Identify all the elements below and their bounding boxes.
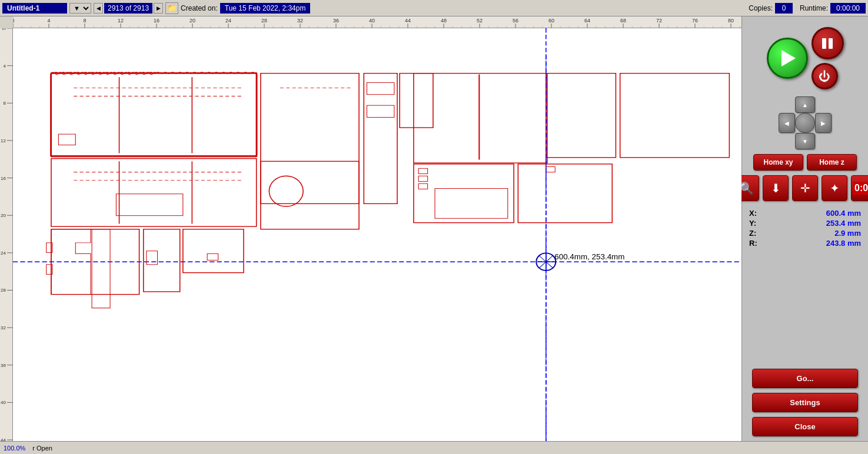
home-controls: Home xy Home z: [753, 154, 857, 171]
open-folder-btn[interactable]: 📁: [165, 2, 178, 14]
svg-text:600.4mm, 253.4mm: 600.4mm, 253.4mm: [554, 252, 624, 261]
svg-text:20: 20: [1, 213, 6, 218]
status-bar: 100.0% r Open: [0, 441, 868, 454]
created-date: Tue 15 Feb 2022, 2:34pm: [220, 3, 311, 14]
svg-text:28: 28: [261, 18, 267, 24]
dpad-right-btn[interactable]: ▶: [815, 113, 832, 133]
copies-label: Copies:: [749, 4, 773, 12]
svg-text:64: 64: [584, 18, 590, 24]
coord-x-value: 600.4 mm: [826, 209, 861, 218]
svg-text:32: 32: [1, 325, 6, 331]
created-label: Created on:: [181, 4, 218, 12]
coord-r-row: R: 243.8 mm: [749, 238, 861, 248]
toolbar: Untitled-1 ▼ ◀ 2913 of 2913 ▶ 📁 Created …: [0, 0, 868, 16]
timer-btn[interactable]: 0:00: [851, 175, 868, 201]
svg-text:12: 12: [1, 138, 6, 143]
svg-text:8: 8: [83, 18, 86, 24]
svg-text:4: 4: [47, 18, 50, 24]
pause-icon: [822, 38, 833, 49]
svg-text:44: 44: [1, 438, 6, 441]
pause-btn[interactable]: [812, 27, 844, 59]
funnel-icon: ⬇: [771, 181, 781, 195]
svg-text:36: 36: [1, 363, 6, 368]
svg-text:40: 40: [369, 18, 375, 24]
dpad: ▲ ◀ ▶ ▼: [779, 96, 832, 149]
ruler-top: // Will be rendered via inline script be…: [13, 16, 741, 28]
nav-controls: ◀ 2913 of 2913 ▶: [94, 3, 163, 14]
svg-text:16: 16: [1, 176, 6, 181]
nav-prev-btn[interactable]: ◀: [94, 3, 103, 14]
coord-z-value: 2.9 mm: [834, 229, 861, 238]
svg-text:36: 36: [333, 18, 339, 24]
svg-text:32: 32: [297, 18, 303, 24]
move-btn[interactable]: ✛: [792, 175, 818, 201]
svg-text:48: 48: [441, 18, 447, 24]
main-svg: 600.4mm, 253.4mm: [13, 28, 741, 441]
svg-text:12: 12: [118, 18, 124, 24]
svg-text:52: 52: [477, 18, 483, 24]
main-layout: // Will be rendered via inline script be…: [0, 16, 868, 441]
transform-btn[interactable]: ✦: [822, 175, 847, 201]
runtime-value: 0:00:00: [830, 3, 866, 14]
play-btn[interactable]: [767, 38, 808, 79]
coord-z-row: Z: 2.9 mm: [749, 228, 861, 238]
svg-rect-130: [13, 28, 741, 441]
copies-value: 0: [775, 3, 793, 14]
ruler-left-svg: m48121620242832364044: [0, 28, 13, 441]
svg-text:72: 72: [656, 18, 662, 24]
home-xy-btn[interactable]: Home xy: [753, 154, 803, 171]
drawing-canvas[interactable]: 600.4mm, 253.4mm: [13, 28, 741, 441]
svg-text:76: 76: [692, 18, 698, 24]
coord-y-value: 253.4 mm: [826, 219, 861, 228]
svg-text:8: 8: [4, 101, 6, 106]
file-title: Untitled-1: [2, 3, 67, 14]
svg-text:m: m: [2, 28, 6, 31]
coordinates-panel: X: 600.4 mm Y: 253.4 mm Z: 2.9 mm R: 243…: [747, 206, 863, 251]
right-panel: ⏻ ▲ ◀ ▶ ▼ Home xy Home z 🔍 ⬇ ✛: [741, 16, 868, 441]
frame-counter: 2913 of 2913: [104, 3, 152, 14]
svg-text:68: 68: [620, 18, 626, 24]
home-z-btn[interactable]: Home z: [807, 154, 857, 171]
power-icon: ⏻: [819, 71, 830, 82]
status-text: r Open: [32, 445, 52, 452]
tool-icons: 🔍 ⬇ ✛ ✦ 0:00: [733, 175, 868, 201]
file-dropdown[interactable]: ▼: [69, 3, 91, 14]
coord-x-row: X: 600.4 mm: [749, 208, 861, 218]
svg-text:28: 28: [1, 288, 6, 293]
svg-text:56: 56: [513, 18, 518, 24]
canvas-area: // Will be rendered via inline script be…: [0, 16, 741, 441]
svg-text:80: 80: [728, 18, 734, 24]
dpad-left-btn[interactable]: ◀: [779, 113, 795, 133]
svg-text:4: 4: [4, 64, 6, 69]
transform-icon: ✦: [830, 181, 840, 195]
svg-text:0: 0: [13, 18, 15, 24]
timer-icon: 0:00: [853, 182, 868, 195]
coord-y-row: Y: 253.4 mm: [749, 218, 861, 228]
dpad-up-btn[interactable]: ▲: [795, 96, 815, 113]
go-btn[interactable]: Go...: [752, 369, 858, 388]
coord-y-label: Y:: [749, 219, 761, 228]
dpad-center-btn[interactable]: [795, 113, 815, 133]
funnel-btn[interactable]: ⬇: [763, 175, 789, 201]
coord-x-label: X:: [749, 209, 761, 218]
svg-text:24: 24: [225, 18, 231, 24]
dpad-down-btn[interactable]: ▼: [795, 133, 815, 149]
coord-r-label: R:: [749, 239, 761, 248]
ruler-top-svg: // Will be rendered via inline script be…: [13, 16, 741, 28]
svg-text:16: 16: [154, 18, 159, 24]
zoom-level: 100.0%: [4, 445, 25, 452]
coord-z-label: Z:: [749, 229, 761, 238]
svg-text:60: 60: [548, 18, 554, 24]
coord-r-value: 243.8 mm: [826, 239, 861, 248]
power-btn[interactable]: ⏻: [812, 63, 838, 89]
runtime-label: Runtime:: [800, 4, 828, 12]
settings-btn[interactable]: Settings: [752, 393, 858, 412]
svg-text:24: 24: [1, 251, 6, 256]
ruler-left: m48121620242832364044: [0, 28, 13, 441]
svg-text:20: 20: [189, 18, 195, 24]
svg-text:40: 40: [1, 400, 6, 405]
move-icon: ✛: [800, 181, 810, 195]
close-btn[interactable]: Close: [752, 417, 858, 436]
nav-next-btn[interactable]: ▶: [154, 3, 163, 14]
svg-text:44: 44: [405, 18, 411, 24]
